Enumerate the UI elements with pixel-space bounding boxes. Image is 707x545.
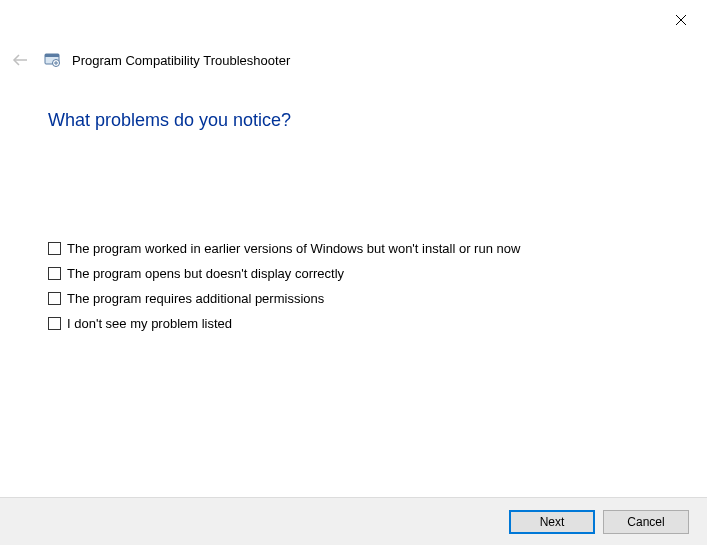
checkbox[interactable] bbox=[48, 317, 61, 330]
next-button[interactable]: Next bbox=[509, 510, 595, 534]
window-title: Program Compatibility Troubleshooter bbox=[72, 53, 290, 68]
footer: Next Cancel bbox=[0, 497, 707, 545]
option-not-listed[interactable]: I don't see my problem listed bbox=[48, 316, 667, 331]
option-additional-permissions[interactable]: The program requires additional permissi… bbox=[48, 291, 667, 306]
option-label: The program opens but doesn't display co… bbox=[67, 266, 344, 281]
checkbox[interactable] bbox=[48, 242, 61, 255]
back-arrow-icon bbox=[11, 51, 29, 69]
header: Program Compatibility Troubleshooter bbox=[8, 48, 290, 72]
content-area: What problems do you notice? The program… bbox=[48, 110, 667, 331]
options-list: The program worked in earlier versions o… bbox=[48, 241, 667, 331]
option-label: The program worked in earlier versions o… bbox=[67, 241, 520, 256]
option-label: The program requires additional permissi… bbox=[67, 291, 324, 306]
close-icon bbox=[675, 14, 687, 26]
close-button[interactable] bbox=[669, 8, 693, 32]
checkbox[interactable] bbox=[48, 292, 61, 305]
svg-rect-4 bbox=[45, 54, 59, 57]
option-earlier-versions[interactable]: The program worked in earlier versions o… bbox=[48, 241, 667, 256]
option-label: I don't see my problem listed bbox=[67, 316, 232, 331]
checkbox[interactable] bbox=[48, 267, 61, 280]
page-heading: What problems do you notice? bbox=[48, 110, 667, 131]
back-button[interactable] bbox=[8, 48, 32, 72]
cancel-button[interactable]: Cancel bbox=[603, 510, 689, 534]
option-display-incorrect[interactable]: The program opens but doesn't display co… bbox=[48, 266, 667, 281]
app-icon bbox=[44, 52, 60, 68]
